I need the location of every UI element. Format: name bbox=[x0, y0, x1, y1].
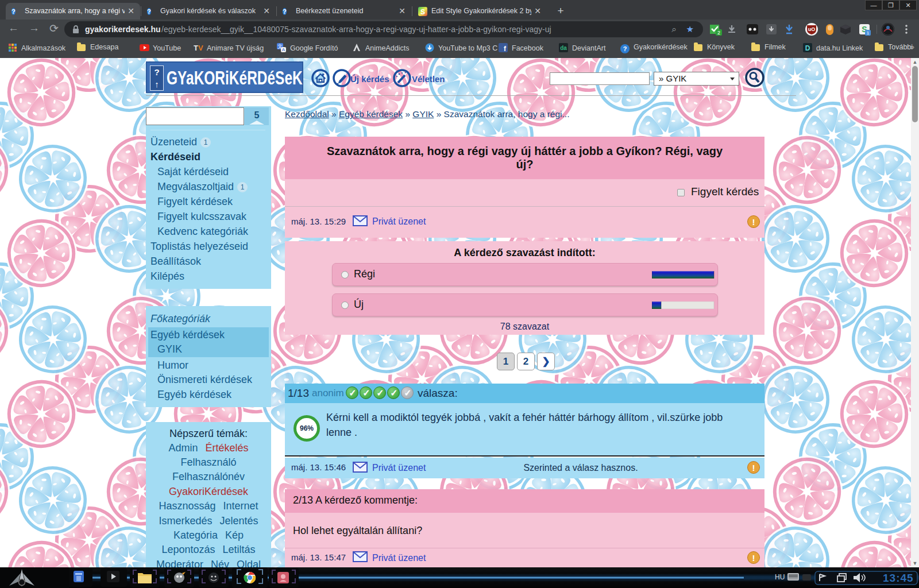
svg-text:1: 1 bbox=[867, 30, 870, 36]
svg-text:A: A bbox=[282, 47, 285, 52]
svg-text:S: S bbox=[420, 8, 425, 16]
svg-text:D: D bbox=[805, 44, 810, 52]
svg-text:2: 2 bbox=[717, 30, 720, 36]
svg-text:da: da bbox=[560, 45, 567, 51]
svg-text:V: V bbox=[198, 44, 203, 52]
svg-text:T: T bbox=[194, 44, 198, 52]
svg-text:13:45: 13:45 bbox=[883, 572, 914, 584]
svg-text:uO: uO bbox=[808, 26, 816, 32]
svg-text:HU: HU bbox=[775, 573, 785, 581]
